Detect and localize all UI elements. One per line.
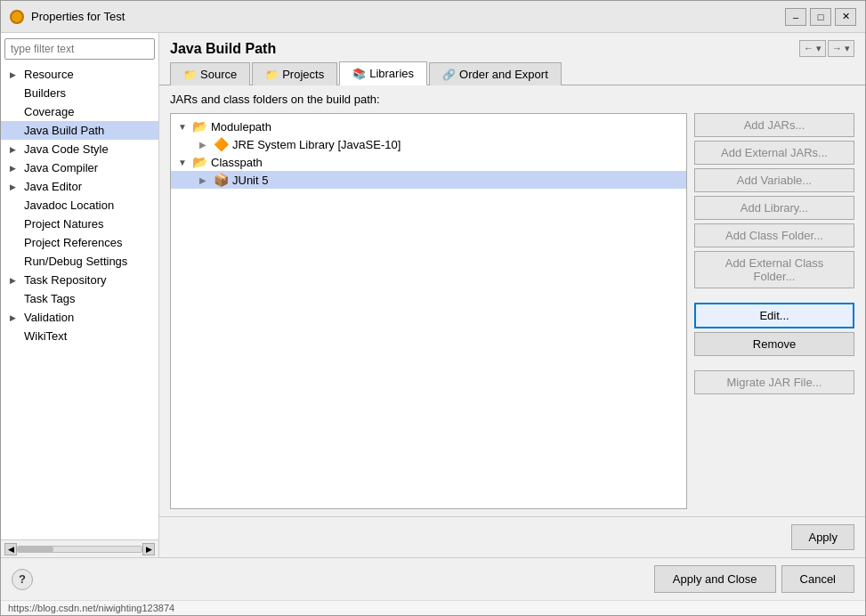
buttons-panel: Add JARs...Add External JARs...Add Varia… — [694, 113, 854, 509]
tree-item-junit5[interactable]: ▶📦JUnit 5 — [171, 171, 686, 189]
window-title: Properties for Test — [31, 10, 125, 23]
sidebar-label-java-compiler: Java Compiler — [24, 161, 98, 174]
add-jars-button: Add JARs... — [694, 113, 854, 137]
tab-libraries[interactable]: 📚Libraries — [339, 61, 427, 85]
content-description: JARs and class folders on the build path… — [170, 93, 854, 106]
tab-label-libraries: Libraries — [369, 67, 414, 80]
nav-forward-button[interactable]: → ▾ — [828, 40, 854, 57]
sidebar-item-builders[interactable]: Builders — [1, 84, 158, 102]
tab-label-source: Source — [200, 68, 237, 81]
sidebar-item-java-code-style[interactable]: ▶Java Code Style — [1, 140, 158, 158]
tree-icon-classpath: 📂 — [192, 155, 208, 169]
nav-back-button[interactable]: ← ▾ — [799, 40, 826, 57]
sidebar-label-task-repository: Task Repository — [24, 273, 106, 287]
add-library-button: Add Library... — [694, 196, 854, 220]
button-spacer-1 — [694, 292, 854, 299]
tree-icon-modulepath: 📂 — [192, 119, 208, 134]
tree-arrow-classpath: ▼ — [178, 158, 192, 167]
tab-order-export[interactable]: 🔗Order and Export — [429, 62, 562, 85]
scroll-track[interactable] — [17, 546, 142, 553]
panel-title: Java Build Path — [170, 41, 276, 57]
tree-item-jre-system[interactable]: ▶🔶JRE System Library [JavaSE-10] — [171, 135, 686, 153]
tree-arrow-modulepath: ▼ — [178, 122, 192, 132]
tab-projects[interactable]: 📁Projects — [252, 62, 337, 85]
add-external-class-folder-button: Add External Class Folder... — [694, 251, 854, 288]
tree-label-modulepath: Modulepath — [211, 120, 271, 134]
tree-label-classpath: Classpath — [211, 156, 263, 169]
title-bar: Properties for Test – □ ✕ — [1, 1, 865, 33]
right-panel: Java Build Path ← ▾ → ▾ 📁Source📁Projects… — [159, 33, 865, 557]
sidebar-label-project-natures: Project Natures — [24, 217, 104, 231]
nav-arrows: ← ▾ → ▾ — [799, 40, 854, 57]
expand-arrow-java-editor: ▶ — [10, 182, 20, 191]
button-spacer-2 — [694, 360, 854, 367]
add-external-jars-button: Add External JARs... — [694, 141, 854, 165]
sidebar-item-java-compiler[interactable]: ▶Java Compiler — [1, 158, 158, 177]
properties-dialog: Properties for Test – □ ✕ ▶ResourceBuild… — [0, 0, 866, 616]
tab-source[interactable]: 📁Source — [170, 62, 250, 85]
sidebar-label-resource: Resource — [24, 68, 74, 81]
sidebar-label-java-code-style: Java Code Style — [24, 142, 109, 156]
sidebar-item-validation[interactable]: ▶Validation — [1, 308, 158, 327]
sidebar-item-java-editor[interactable]: ▶Java Editor — [1, 177, 158, 196]
sidebar-item-run-debug-settings[interactable]: Run/Debug Settings — [1, 252, 158, 271]
scroll-left-arrow[interactable]: ◀ — [4, 543, 17, 555]
sidebar-item-resource[interactable]: ▶Resource — [1, 65, 158, 84]
eclipse-icon — [10, 10, 24, 24]
panel-header: Java Build Path ← ▾ → ▾ — [159, 33, 865, 61]
sidebar: ▶ResourceBuildersCoverageJava Build Path… — [1, 33, 159, 557]
build-path-area: ▼📂Modulepath▶🔶JRE System Library [JavaSE… — [170, 113, 854, 509]
sidebar-item-java-build-path[interactable]: Java Build Path — [1, 121, 158, 140]
content-area: JARs and class folders on the build path… — [159, 85, 865, 516]
tree-item-classpath[interactable]: ▼📂Classpath — [171, 153, 686, 171]
tree-label-junit5: JUnit 5 — [232, 174, 268, 187]
filter-input[interactable] — [4, 38, 155, 60]
scroll-right-arrow[interactable]: ▶ — [142, 543, 155, 555]
sidebar-item-coverage[interactable]: Coverage — [1, 102, 158, 121]
sidebar-label-run-debug-settings: Run/Debug Settings — [24, 255, 127, 268]
title-bar-left: Properties for Test — [10, 10, 125, 24]
sidebar-scrollbar[interactable]: ◀ ▶ — [1, 539, 158, 557]
tab-label-projects: Projects — [282, 68, 324, 81]
add-class-folder-button: Add Class Folder... — [694, 223, 854, 247]
expand-arrow-java-code-style: ▶ — [10, 145, 20, 154]
sidebar-item-wikitext[interactable]: WikiText — [1, 327, 158, 345]
cancel-button[interactable]: Cancel — [781, 565, 854, 593]
apply-button[interactable]: Apply — [791, 524, 854, 550]
sidebar-item-javadoc-location[interactable]: Javadoc Location — [1, 196, 158, 215]
sidebar-item-task-tags[interactable]: Task Tags — [1, 289, 158, 308]
expand-arrow-resource: ▶ — [10, 70, 20, 79]
tree-icon-jre-system: 🔶 — [214, 137, 230, 151]
tree-arrow-jre-system: ▶ — [199, 140, 214, 150]
final-buttons: Apply and Close Cancel — [654, 565, 854, 593]
remove-button[interactable]: Remove — [694, 332, 854, 356]
sidebar-item-project-natures[interactable]: Project Natures — [1, 215, 158, 233]
sidebar-item-project-references[interactable]: Project References — [1, 233, 158, 252]
tab-icon-order-export: 🔗 — [442, 69, 456, 81]
sidebar-label-wikitext: WikiText — [24, 329, 67, 343]
scroll-thumb[interactable] — [18, 547, 53, 552]
help-button[interactable]: ? — [12, 569, 33, 590]
tab-icon-libraries: 📚 — [352, 68, 366, 80]
maximize-button[interactable]: □ — [810, 8, 831, 26]
expand-arrow-task-repository: ▶ — [10, 276, 20, 285]
final-bottom-bar: ? Apply and Close Cancel — [1, 557, 865, 600]
sidebar-label-project-references: Project References — [24, 236, 123, 249]
tab-label-order-export: Order and Export — [459, 68, 548, 81]
close-button[interactable]: ✕ — [835, 8, 856, 26]
status-bar: https://blog.csdn.net/niwighting123874 — [1, 600, 865, 615]
edit-button[interactable]: Edit... — [694, 303, 854, 328]
tree-item-modulepath[interactable]: ▼📂Modulepath — [171, 118, 686, 135]
tree-panel[interactable]: ▼📂Modulepath▶🔶JRE System Library [JavaSE… — [170, 113, 687, 509]
tabs-bar: 📁Source📁Projects📚Libraries🔗Order and Exp… — [159, 61, 865, 85]
sidebar-item-task-repository[interactable]: ▶Task Repository — [1, 271, 158, 289]
sidebar-label-coverage: Coverage — [24, 105, 74, 118]
apply-bar: Apply — [159, 516, 865, 557]
tab-icon-source: 📁 — [183, 69, 197, 81]
minimize-button[interactable]: – — [785, 8, 806, 26]
main-content: ▶ResourceBuildersCoverageJava Build Path… — [1, 33, 865, 557]
apply-and-close-button[interactable]: Apply and Close — [654, 565, 776, 593]
tree-icon-junit5: 📦 — [214, 173, 230, 187]
sidebar-label-builders: Builders — [24, 86, 66, 100]
sidebar-label-task-tags: Task Tags — [24, 292, 76, 305]
